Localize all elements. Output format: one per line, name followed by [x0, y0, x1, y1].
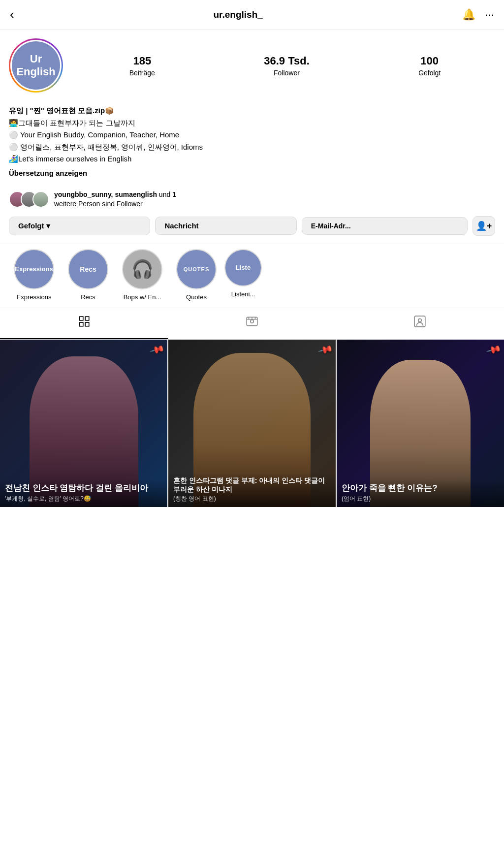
header-actions: 🔔 ··· [462, 8, 494, 21]
follower-avatars [9, 191, 49, 208]
tab-bar [0, 308, 504, 340]
follow-label: Gefolgt [18, 221, 44, 230]
stat-followers-label: Follower [274, 69, 300, 77]
avatar-line2: English [16, 65, 55, 78]
highlight-listeni-label: Listeni... [231, 290, 255, 298]
more-icon[interactable]: ··· [485, 8, 494, 21]
highlight-quotes-label: Quotes [186, 293, 207, 301]
message-button[interactable]: Nachricht [155, 217, 296, 235]
posts-grid: 📌 전남친 인스타 염탐하다 걸린 올리비아 '부게청, 실수로, 염탐' 영어… [0, 340, 504, 507]
stat-posts-number: 185 [133, 55, 151, 67]
avatar-ring-inner: Ur English [10, 40, 62, 91]
profile-section: Ur English 185 Beiträge 36.9 Tsd. Follow… [0, 30, 504, 105]
profile-top: Ur English 185 Beiträge 36.9 Tsd. Follow… [9, 38, 495, 93]
post-item-2[interactable]: 📌 흔한 인스타그램 댓글 부제: 아내의 인스타 댓글이 부러운 하산 미나지… [168, 340, 336, 507]
bio-line5: 🏄‍♀️Let's immerse ourselves in English [9, 154, 495, 165]
highlight-expressions-circle: Expressions [14, 249, 54, 289]
highlights-section: Expressions Expressions Recs Recs 🎧 Bops… [0, 244, 504, 306]
add-person-button[interactable]: 👤+ [472, 216, 495, 236]
stat-following[interactable]: 100 Gefolgt [418, 55, 441, 77]
avatar-line1: Ur [30, 53, 42, 65]
avatar-wrapper[interactable]: Ur English [9, 38, 63, 93]
bio-line1: 유잉 | "찐" 영어표현 모음.zip📦 [9, 105, 495, 117]
stat-following-label: Gefolgt [418, 69, 441, 77]
post-1-overlay: 전남친 인스타 염탐하다 걸린 올리비아 '부게청, 실수로, 염탐' 영어로?… [0, 479, 167, 507]
highlight-recs[interactable]: Recs Recs [61, 249, 115, 301]
post-1-main-text: 전남친 인스타 염탐하다 걸린 올리비아 [5, 483, 162, 494]
email-button[interactable]: E-Mail-Adr... [302, 217, 468, 235]
stat-followers-number: 36.9 Tsd. [264, 55, 310, 67]
tab-tagged[interactable] [336, 308, 504, 339]
action-buttons: Gefolgt ▾ Nachricht E-Mail-Adr... 👤+ [0, 216, 504, 244]
highlight-bops-circle: 🎧 [122, 249, 162, 289]
highlight-quotes[interactable]: QUOTES Quotes [169, 249, 223, 301]
bio-section: 유잉 | "찐" 영어표현 모음.zip📦 🧑‍💻그대들이 표현부자가 되는 그… [0, 105, 504, 185]
post-item-3[interactable]: 📌 안아가 죽을 뻔한 이유는? (엄어 표현) [337, 340, 504, 507]
follow-button[interactable]: Gefolgt ▾ [9, 217, 150, 235]
post-item-1[interactable]: 📌 전남친 인스타 염탐하다 걸린 올리비아 '부게청, 실수로, 염탐' 영어… [0, 340, 167, 507]
tagged-icon [413, 315, 426, 331]
svg-rect-3 [85, 322, 89, 326]
svg-rect-2 [79, 322, 83, 326]
highlight-recs-label: Recs [81, 293, 95, 301]
bio-line2: 🧑‍💻그대들이 표현부자가 되는 그날까지 [9, 118, 495, 129]
bio-line4: ⚪ 영어릴스, 표현부자, 패턴정복, 영이뭐, 인싸영어, Idioms [9, 142, 495, 153]
post-3-sub-text: (엄어 표현) [342, 495, 499, 503]
post-1-sub-text: '부게청, 실수로, 염탐' 영어로?😅 [5, 495, 162, 503]
post-2-sub-text: (칭찬 영어 표현) [173, 495, 331, 503]
stat-following-number: 100 [420, 55, 439, 67]
followers-preview[interactable]: youngbbo_sunny, sumaenglish und 1weitere… [0, 185, 504, 216]
translate-button[interactable]: Übersetzung anzeigen [9, 168, 87, 179]
svg-point-5 [251, 319, 254, 323]
stat-posts[interactable]: 185 Beiträge [129, 55, 155, 77]
notification-icon[interactable]: 🔔 [462, 8, 475, 21]
followers-text: youngbbo_sunny, sumaenglish und 1weitere… [54, 190, 176, 209]
highlight-quotes-circle: QUOTES [176, 249, 217, 289]
avatar-ring: Ur English [9, 38, 63, 93]
grid-icon [78, 315, 91, 331]
highlight-listeni-circle: Liste [224, 249, 262, 286]
svg-point-11 [418, 318, 422, 322]
highlight-recs-circle: Recs [68, 249, 108, 289]
header-title: ur.english_ [214, 9, 263, 20]
svg-rect-0 [79, 316, 83, 320]
highlight-listeni[interactable]: Liste Listeni... [223, 249, 263, 301]
headphones-icon: 🎧 [131, 259, 154, 280]
follow-chevron: ▾ [46, 221, 50, 230]
message-label: Nachricht [164, 221, 198, 230]
avatar: Ur English [12, 41, 60, 90]
add-person-icon: 👤+ [476, 221, 492, 231]
back-button[interactable]: ‹ [10, 7, 14, 22]
post-2-main-text: 흔한 인스타그램 댓글 부제: 아내의 인스타 댓글이 부러운 하산 미나지 [173, 476, 331, 494]
highlight-expressions-label: Expressions [17, 293, 52, 301]
stats-section: 185 Beiträge 36.9 Tsd. Follower 100 Gefo… [75, 55, 495, 77]
svg-rect-10 [414, 316, 425, 327]
bio-line3: ⚪ Your English Buddy, Companion, Teacher… [9, 129, 495, 141]
svg-rect-1 [85, 316, 89, 320]
tab-reels[interactable] [168, 308, 336, 339]
email-label: E-Mail-Adr... [311, 222, 351, 230]
highlight-expressions[interactable]: Expressions Expressions [7, 249, 61, 301]
stat-followers[interactable]: 36.9 Tsd. Follower [264, 55, 310, 77]
post-3-overlay: 안아가 죽을 뻔한 이유는? (엄어 표현) [337, 479, 504, 507]
post-3-main-text: 안아가 죽을 뻔한 이유는? [342, 483, 499, 494]
follower-avatar-3 [32, 191, 49, 208]
reels-icon [246, 315, 258, 331]
highlight-bops[interactable]: 🎧 Bops w/ En... [115, 249, 169, 301]
post-2-overlay: 흔한 인스타그램 댓글 부제: 아내의 인스타 댓글이 부러운 하산 미나지 (… [168, 472, 336, 507]
followers-names: youngbbo_sunny, sumaenglish [54, 190, 157, 198]
highlight-bops-label: Bops w/ En... [124, 293, 161, 301]
header: ‹ ur.english_ 🔔 ··· [0, 0, 504, 30]
tab-grid[interactable] [0, 308, 168, 339]
stat-posts-label: Beiträge [129, 69, 155, 77]
followers-count: 1 [172, 190, 176, 198]
